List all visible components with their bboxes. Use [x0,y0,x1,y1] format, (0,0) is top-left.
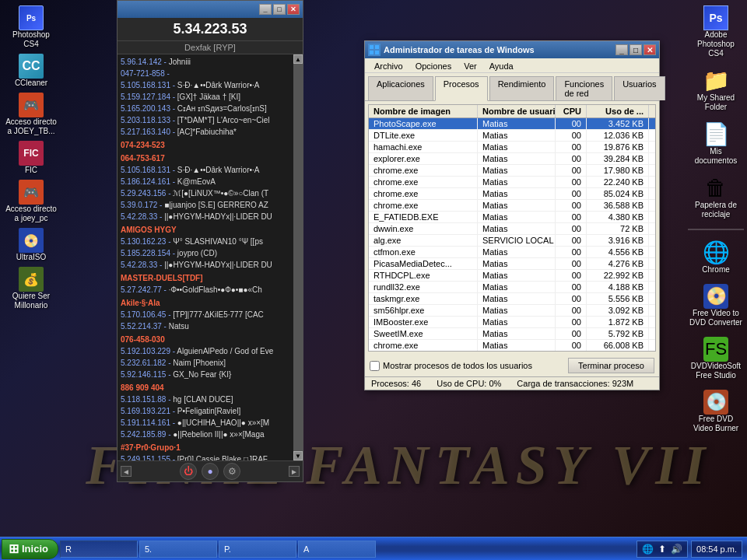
table-row[interactable]: dwwin.exeMatias0072 KB [369,223,655,235]
status-transactions: Carga de transacciones: 923M [517,379,633,388]
chat-btn1[interactable]: ● [202,463,219,480]
cell-cpu: 00 [556,200,587,211]
tm-bottom-bar: Mostrar procesos de todos los usuarios T… [365,355,659,376]
desktop-icon-ultraiso[interactable]: 📀 UltraISO [3,226,59,264]
tab-funciones-red[interactable]: Funciones de red [556,76,612,100]
clock-display: 08:54 p.m. [691,541,742,558]
tm-close-btn[interactable]: ✕ [644,44,656,55]
chat-list-item: #37·Pr0·Grupo·1 [121,443,290,453]
show-all-users-input[interactable] [370,361,380,371]
tab-procesos[interactable]: Procesos [435,76,488,101]
desktop-icon-ps-right[interactable]: Ps Adobe Photoshop CS4 [688,4,744,60]
cell-cpu: 00 [556,118,587,129]
table-row[interactable]: rundll32.exeMatias004.188 KB [369,282,655,293]
table-row[interactable]: E_FATIEDB.EXEMatias004.380 KB [369,212,655,223]
chat-close-btn[interactable]: ✕ [287,4,300,15]
table-row[interactable]: PicasaMediaDetec...Matias004.276 KB [369,258,655,270]
dvdvideo-label: DVDVideoSoft Free Studio [689,362,742,380]
show-all-users-checkbox[interactable]: Mostrar procesos de todos los usuarios [370,361,532,371]
taskbar-icon-p: P. [224,544,231,554]
chat-message-list: 5.96.14.142 - Johniii047-721-858 - 5.105… [117,54,293,460]
tab-aplicaciones[interactable]: Aplicaciones [368,76,433,100]
cell-username: Matias [478,165,556,176]
desktop-icon-free-video[interactable]: 📀 Free Video to DVD Converter [688,282,744,329]
desktop-icon-chrome[interactable]: 🌐 Chrome [688,238,744,276]
desktop-icon-dvd-burner[interactable]: 💿 Free DVD Video Burner [688,388,744,435]
table-row[interactable]: alg.exeSERVICIO LOCAL003.916 KB [369,235,655,247]
cell-process-name: hamachi.exe [369,142,478,152]
table-row[interactable]: sm56hlpr.exeMatias003.092 KB [369,305,655,317]
tab-rendimiento[interactable]: Rendimiento [489,76,555,100]
desktop-icon-joey-pc[interactable]: 🎮 Acceso directo a joey_pc [3,178,59,225]
table-row[interactable]: explorer.exeMatias0039.284 KB [369,153,655,165]
chat-maximize-btn[interactable]: □ [273,4,286,15]
tm-minimize-btn[interactable]: _ [615,44,628,55]
desktop-icon-joey-tb[interactable]: 🎮 Acceso directo a JOEY_TB... [3,91,59,138]
tm-table: Nombre de imagen Nombre de usuario CPU U… [368,104,656,352]
desktop-icon-dvdvideo[interactable]: FS DVDVideoSoft Free Studio [688,335,744,382]
table-row[interactable]: chrome.exeMatias0085.024 KB [369,188,655,200]
desktop-icon-shared-folder[interactable]: 📁 My Shared Folder [688,66,744,114]
desktop-icon-millonario[interactable]: 💰 Quiere Ser Millonario [3,265,59,312]
tm-table-header: Nombre de imagen Nombre de usuario CPU U… [369,105,655,118]
table-row[interactable]: IMBooster.exeMatias001.872 KB [369,317,655,328]
taskbar-item-5[interactable]: 5. [139,541,217,558]
chat-settings-btn[interactable]: ⚙ [223,463,240,480]
photoshop-label: Photoshop CS4 [5,30,58,49]
cell-memory: 5.556 KB [587,293,649,304]
col-header-user[interactable]: Nombre de usuario [478,105,556,117]
col-header-cpu[interactable]: CPU [556,105,587,117]
desktop-icon-photoshop[interactable]: Ps Photoshop CS4 [3,4,59,51]
photoshop-icon: Ps [19,5,44,30]
chat-list-item: 5.96.14.142 - Johniii [121,57,290,68]
table-row[interactable]: chrome.exeMatias0036.588 KB [369,200,655,212]
tm-titlebar: Administrador de tareas de Windows _ □ ✕ [365,41,659,58]
desktop-icon-ccleaner[interactable]: CC CCleaner [3,52,59,89]
chat-scrollbar[interactable]: ▲ ▼ [293,54,303,460]
cell-cpu: 00 [556,177,587,187]
systray-arrow-icon: ⬆ [658,544,666,555]
chat-minimize-btn[interactable]: _ [259,4,272,15]
tab-usuarios[interactable]: Usuarios [614,76,665,100]
cell-process-name: taskmgr.exe [369,293,478,304]
tm-menubar: Archivo Opciones Ver Ayuda [365,58,659,73]
chat-window-controls: _ □ ✕ [259,4,300,15]
cell-username: SERVICIO LOCAL [478,235,556,246]
icon-divider [688,229,744,230]
table-row[interactable]: RTHDCPL.exeMatias0022.992 KB [369,270,655,282]
tm-menu-archivo[interactable]: Archivo [368,60,409,72]
table-row[interactable]: chrome.exeMatias0066.008 KB [369,340,655,351]
table-row[interactable]: chrome.exeMatias0017.980 KB [369,165,655,177]
table-row[interactable]: hamachi.exeMatias0019.876 KB [369,142,655,153]
table-row[interactable]: taskmgr.exeMatias005.556 KB [369,293,655,305]
desktop-icon-fic[interactable]: FIC FIC [3,139,59,177]
desktop-icon-recycle[interactable]: 🗑 Papelera de reciclaje [688,173,744,221]
end-process-button[interactable]: Terminar proceso [568,358,654,373]
taskbar-item-a[interactable]: A [298,541,376,558]
scroll-up-arrow[interactable]: ▲ [293,54,303,64]
taskbar-icon-5: 5. [145,544,152,554]
col-header-mem[interactable]: Uso de ... [587,105,649,117]
taskbar-item-p[interactable]: P. [219,541,296,558]
tm-menu-ayuda[interactable]: Ayuda [483,60,520,72]
fic-icon: FIC [19,141,44,166]
chat-nav-left[interactable]: ◄ [121,466,132,477]
tm-menu-opciones[interactable]: Opciones [409,60,458,72]
start-button[interactable]: ⊞ Inicio [2,539,58,559]
scroll-down-arrow[interactable]: ▼ [293,451,303,460]
tm-maximize-btn[interactable]: □ [630,44,642,55]
chat-nav-right[interactable]: ► [289,466,300,477]
taskbar-item-r[interactable]: R [60,541,138,558]
col-header-process[interactable]: Nombre de imagen [369,105,478,117]
cell-process-name: chrome.exe [369,188,478,199]
table-row[interactable]: PhotoScape.exeMatias003.452 KB [369,118,655,130]
table-row[interactable]: chrome.exeMatias0022.240 KB [369,177,655,188]
desktop-icon-my-docs[interactable]: 📄 Mis documentos [688,120,744,167]
cell-username: Matias [478,177,556,187]
table-row[interactable]: ctfmon.exeMatias004.556 KB [369,247,655,258]
table-row[interactable]: SweetIM.exeMatias005.792 KB [369,328,655,340]
recycle-label: Papelera de reciclaje [689,201,742,219]
chat-power-btn[interactable]: ⏻ [180,463,197,480]
tm-menu-ver[interactable]: Ver [458,60,483,72]
table-row[interactable]: DTLite.exeMatias0012.036 KB [369,130,655,142]
